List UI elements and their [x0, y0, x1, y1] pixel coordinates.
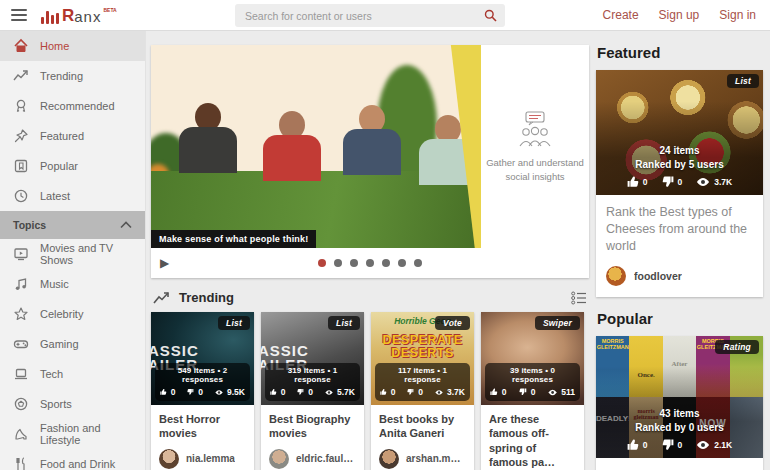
- thumbs-down-icon[interactable]: [662, 439, 674, 451]
- sign-up-link[interactable]: Sign up: [659, 8, 700, 22]
- views-eye-icon: [325, 388, 333, 397]
- card-stats-overlay: 117 items • 1 response 0 0 3.7K: [375, 363, 470, 401]
- top-bar: R anx BETA Create Sign up Sign in: [0, 0, 770, 31]
- carousel-dot[interactable]: [366, 259, 374, 267]
- ranked-by: Ranked by 0 users: [635, 422, 723, 433]
- gamepad-icon: [13, 336, 29, 352]
- trending-card[interactable]: Swiper 39 items • 0 responses 0 0 511 Ar…: [481, 312, 584, 470]
- views-eye-icon: [696, 440, 710, 450]
- card-type-badge: List: [328, 316, 360, 330]
- header-actions: Create Sign up Sign in: [603, 8, 756, 22]
- thumbs-up-icon[interactable]: [627, 176, 639, 188]
- sidebar-item-celebrity[interactable]: Celebrity: [0, 299, 145, 329]
- likes-count: 0: [171, 387, 176, 397]
- create-link[interactable]: Create: [603, 8, 639, 22]
- sign-in-link[interactable]: Sign in: [719, 8, 756, 22]
- sidebar-item-recommended[interactable]: Recommended: [0, 91, 145, 121]
- sidebar-item-music[interactable]: Music: [0, 269, 145, 299]
- high-heel-icon: [13, 426, 29, 442]
- sidebar-item-gaming[interactable]: Gaming: [0, 329, 145, 359]
- card-title[interactable]: Best Biography movies: [269, 412, 356, 441]
- menu-icon[interactable]: [11, 6, 27, 24]
- sidebar-item-featured[interactable]: Featured: [0, 121, 145, 151]
- card-meta: 549 items • 2 responses: [160, 366, 245, 384]
- popular-card[interactable]: MORRIS GLEITZMAN Once. After MORRIS GLEI…: [596, 336, 763, 470]
- thumbs-up-icon[interactable]: [380, 387, 387, 397]
- thumbs-down-icon[interactable]: [187, 387, 194, 397]
- sidebar-item-label: Trending: [40, 70, 83, 82]
- card-title[interactable]: Rank the Best types of Cheeses from arou…: [596, 195, 763, 257]
- popular-stats-overlay: 43 items Ranked by 0 users 0 0 2.1K: [596, 336, 763, 458]
- thumbs-up-icon[interactable]: [160, 387, 167, 397]
- bookmark-icon: [13, 158, 29, 174]
- card-meta: 319 items • 1 response: [270, 366, 355, 384]
- search-icon[interactable]: [484, 9, 497, 22]
- sidebar-item-label: Music: [40, 278, 69, 290]
- carousel-dot[interactable]: [350, 259, 358, 267]
- thumbs-up-icon[interactable]: [627, 439, 639, 451]
- sidebar-item-home[interactable]: Home: [0, 31, 145, 61]
- app-logo[interactable]: R anx BETA: [41, 7, 117, 24]
- sidebar-item-label: Recommended: [40, 100, 115, 112]
- hero-photo: Make sense of what people think!: [151, 45, 481, 248]
- carousel-dot[interactable]: [334, 259, 342, 267]
- thumbs-down-icon[interactable]: [407, 387, 414, 397]
- card-title[interactable]: Best books by Morris Gleitzman: [596, 458, 763, 470]
- sidebar-item-movies[interactable]: Movies and TV Shows: [0, 239, 145, 269]
- views-count: 2.1K: [714, 440, 732, 450]
- card-title[interactable]: Are these famous off-spring of famous pa…: [489, 412, 576, 469]
- carousel-dot[interactable]: [414, 259, 422, 267]
- trending-card[interactable]: ASSIC AILER List 549 items • 2 responses…: [151, 312, 254, 470]
- carousel-dot[interactable]: [318, 259, 326, 267]
- list-view-toggle-icon[interactable]: [571, 291, 587, 305]
- card-author[interactable]: nia.lemma: [159, 449, 246, 469]
- items-count: 24 items: [659, 145, 699, 156]
- thumbs-down-icon[interactable]: [297, 387, 304, 397]
- card-author[interactable]: arshan.mehmo…: [379, 449, 466, 469]
- likes-count: 0: [391, 387, 396, 397]
- social-insights-icon: [514, 110, 556, 148]
- sidebar-item-label: Home: [40, 40, 69, 52]
- featured-cover-image: List 24 items Ranked by 5 users 0 0 3.7K: [596, 70, 763, 195]
- thumbs-up-icon[interactable]: [270, 387, 277, 397]
- card-title[interactable]: Best Horror movies: [159, 412, 246, 441]
- hero-slide: Make sense of what people think! Gather …: [151, 45, 589, 248]
- dislikes-count: 0: [531, 387, 536, 397]
- card-author[interactable]: foodlover: [596, 257, 763, 297]
- featured-card[interactable]: List 24 items Ranked by 5 users 0 0 3.7K…: [596, 70, 763, 297]
- trending-section-title: Trending: [179, 290, 234, 305]
- thumbs-up-icon[interactable]: [490, 387, 498, 397]
- sidebar-item-tech[interactable]: Tech: [0, 359, 145, 389]
- card-title[interactable]: Best books by Anita Ganeri: [379, 412, 466, 441]
- music-note-icon: [13, 276, 29, 292]
- trending-card[interactable]: ASSIC AILER List 319 items • 1 response …: [261, 312, 364, 470]
- search-input[interactable]: [235, 4, 505, 27]
- carousel-dot[interactable]: [382, 259, 390, 267]
- author-name: eldric.faulkner: [296, 453, 356, 464]
- sidebar-item-sports[interactable]: Sports: [0, 389, 145, 419]
- views-count: 9.5K: [227, 387, 245, 397]
- topics-section-header[interactable]: Topics: [0, 211, 145, 239]
- food-icon: [13, 456, 29, 470]
- likes-count: 0: [281, 387, 286, 397]
- carousel-dot[interactable]: [398, 259, 406, 267]
- sidebar-item-fashion[interactable]: Fashion and Lifestyle: [0, 419, 145, 449]
- trending-card[interactable]: Horrible Geog DESPERATE DESERTS Vote 117…: [371, 312, 474, 470]
- dislikes-count: 0: [418, 387, 423, 397]
- sidebar-item-latest[interactable]: Latest: [0, 181, 145, 211]
- card-cover-image: Swiper 39 items • 0 responses 0 0 511: [481, 312, 584, 405]
- carousel-play-button[interactable]: ▶: [160, 256, 169, 270]
- chevron-up-icon[interactable]: [120, 221, 132, 229]
- logo-text-r: R: [62, 7, 74, 24]
- sidebar-item-food[interactable]: Food and Drink: [0, 449, 145, 470]
- thumbs-down-icon[interactable]: [662, 176, 674, 188]
- thumbs-down-icon[interactable]: [519, 387, 527, 397]
- card-author[interactable]: eldric.faulkner: [269, 449, 356, 469]
- card-type-badge: Swiper: [535, 316, 580, 330]
- card-cover-image: Horrible Geog DESPERATE DESERTS Vote 117…: [371, 312, 474, 405]
- carousel-dots: [318, 259, 422, 267]
- popular-heading: Popular: [597, 310, 763, 327]
- sidebar-item-popular[interactable]: Popular: [0, 151, 145, 181]
- hero-panel-text-line2: social insights: [486, 170, 584, 184]
- sidebar-item-trending[interactable]: Trending: [0, 61, 145, 91]
